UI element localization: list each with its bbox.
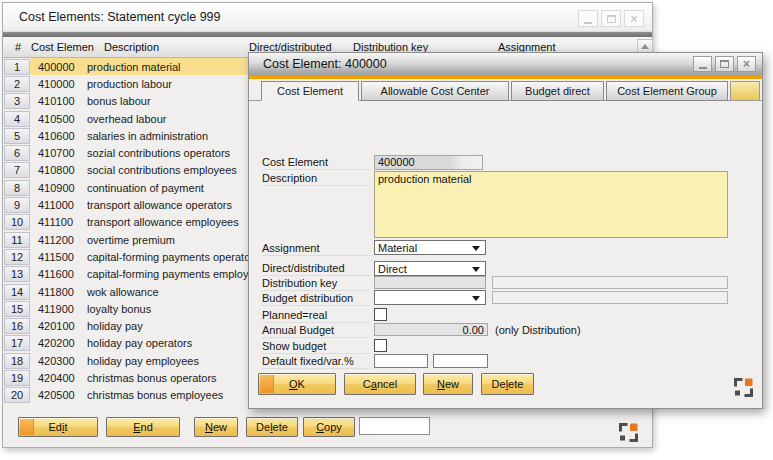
resize-grip-icon[interactable] [618,422,639,443]
dialog-tabs: Cost ElementAllowable Cost CenterBudget … [249,79,762,101]
cost-element-cell[interactable]: 411900 [30,303,85,315]
delete-button[interactable]: Delete [246,417,298,437]
distribution-key-name-field [492,276,728,289]
copy-button[interactable]: Copy [303,417,355,437]
dialog-window-controls: × [693,56,756,72]
direct-distributed-dropdown[interactable]: Direct [374,261,486,276]
cost-element-cell[interactable]: 420400 [30,372,85,384]
distribution-key-label: Distribution key [262,277,370,291]
maximize-icon[interactable] [715,56,734,72]
assignment-dropdown[interactable]: Material [374,240,486,255]
chevron-down-icon [472,246,480,251]
row-number-cell[interactable]: 11 [4,232,30,248]
cost-element-label: Cost Element [262,156,370,170]
scrollbar-up-button[interactable] [637,39,653,53]
cost-element-cell[interactable]: 420100 [30,320,85,332]
tab-strip-endcap [730,81,760,101]
row-number-cell[interactable]: 13 [4,266,30,282]
cost-element-cell[interactable]: 411100 [30,216,85,228]
maximize-icon[interactable] [601,10,621,27]
main-window-titlebar[interactable]: Cost Elements: Statement cycle 999 × [3,3,652,32]
tab-budget-direct[interactable]: Budget direct [511,81,604,101]
cost-element-cell[interactable]: 411600 [30,268,85,280]
chevron-down-icon [472,267,480,272]
row-number-cell[interactable]: 19 [4,370,30,386]
column-header-cost-element[interactable]: Cost Elemen [31,41,101,53]
cost-element-cell[interactable]: 410600 [30,130,85,142]
row-number-cell[interactable]: 8 [4,180,30,196]
resize-grip-icon[interactable] [733,377,754,398]
end-button[interactable]: End [106,417,180,437]
cost-element-cell[interactable]: 411800 [30,286,85,298]
planned-real-checkbox[interactable] [374,308,387,321]
column-header-description[interactable]: Description [104,41,159,53]
dialog-titlebar[interactable]: Cost Element: 400000 × [249,53,762,76]
delete-button[interactable]: Delete [481,373,534,395]
row-number-cell[interactable]: 2 [4,76,30,92]
default-fixed-input[interactable] [374,354,428,368]
row-number-cell[interactable]: 5 [4,128,30,144]
row-number-cell[interactable]: 14 [4,284,30,300]
arrow-up-icon [641,44,649,49]
planned-real-label: Planned=real [262,309,370,323]
cost-element-cell[interactable]: 410100 [30,95,85,107]
main-window-controls: × [578,10,644,27]
row-number-cell[interactable]: 6 [4,145,30,161]
minimize-icon[interactable] [693,56,712,72]
row-number-cell[interactable]: 12 [4,249,30,265]
row-number-cell[interactable]: 15 [4,301,30,317]
row-number-cell[interactable]: 1 [4,59,30,75]
close-icon[interactable]: × [624,10,644,27]
row-number-cell[interactable]: 16 [4,318,30,334]
ok-button[interactable]: OK [258,373,336,395]
row-number-cell[interactable]: 7 [4,162,30,178]
cost-element-cell[interactable]: 400000 [30,61,85,73]
cost-element-cell[interactable]: 410800 [30,164,85,176]
cost-element-cell[interactable]: 411500 [30,251,85,263]
budget-distribution-dropdown[interactable] [374,290,486,305]
cost-element-form: Cost Element 400000 Description producti… [249,101,762,363]
row-number-cell[interactable]: 3 [4,93,30,109]
annual-budget-note: (only Distribution) [495,324,581,336]
cost-element-cell[interactable]: 420200 [30,337,85,349]
row-number-cell[interactable]: 20 [4,387,30,403]
close-icon[interactable]: × [737,56,756,72]
new-button[interactable]: New [423,373,473,395]
dialog-footer-buttons: OKCancelNewDelete [249,371,762,397]
tab-cost-element[interactable]: Cost Element [261,81,359,101]
cost-element-cell[interactable]: 411000 [30,199,85,211]
default-var-input[interactable] [433,354,488,368]
annual-budget-label: Annual Budget [262,324,370,338]
row-number-cell[interactable]: 18 [4,353,30,369]
description-label: Description [262,172,370,186]
cost-element-cell[interactable]: 420500 [30,389,85,401]
description-textarea[interactable]: production material [374,171,728,238]
cost-element-cell[interactable]: 410500 [30,113,85,125]
dialog-title: Cost Element: 400000 [263,57,387,71]
annual-budget-field: 0.00 [374,323,488,336]
row-number-cell[interactable]: 17 [4,335,30,351]
main-window-footer-buttons: EditEndNewDeleteCopy [3,417,652,439]
row-number-cell[interactable]: 10 [4,214,30,230]
show-budget-checkbox[interactable] [374,339,387,352]
cost-element-cell[interactable]: 410900 [30,182,85,194]
row-number-cell[interactable]: 9 [4,197,30,213]
column-header-number[interactable]: # [15,41,21,53]
budget-distribution-label: Budget distribution [262,292,370,306]
cost-element-cell[interactable]: 410700 [30,147,85,159]
cost-element-cell[interactable]: 411200 [30,234,85,246]
footer-input[interactable] [359,417,430,435]
minimize-icon[interactable] [578,10,598,27]
row-number-cell[interactable]: 4 [4,111,30,127]
cost-element-cell[interactable]: 420300 [30,355,85,367]
cost-element-cell[interactable]: 410000 [30,78,85,90]
distribution-key-field [374,276,486,289]
edit-button[interactable]: Edit [18,417,98,437]
direct-distributed-label: Direct/distributed [262,262,370,276]
tab-cost-element-group[interactable]: Cost Element Group [606,81,728,101]
show-budget-label: Show budget [262,340,370,354]
tab-allowable-cost-center[interactable]: Allowable Cost Center [361,81,509,101]
new-button[interactable]: New [194,417,238,437]
main-window-title: Cost Elements: Statement cycle 999 [19,10,220,24]
cancel-button[interactable]: Cancel [344,373,416,395]
